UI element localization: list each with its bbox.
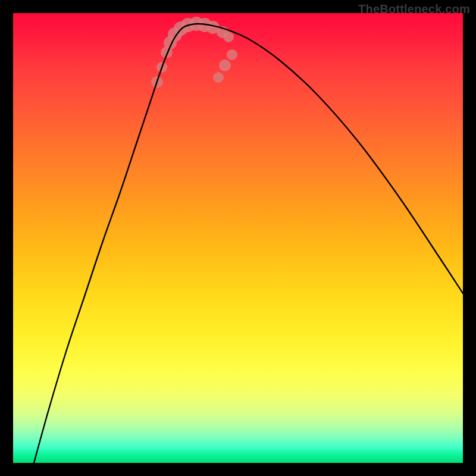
highlight-dot [219, 60, 231, 71]
chart-svg [13, 13, 463, 463]
marker-layer [151, 17, 237, 88]
bottleneck-curve-path [34, 24, 463, 463]
highlight-dot [223, 32, 234, 42]
plot-area [13, 13, 463, 463]
highlight-dot [213, 72, 224, 83]
outer-frame: TheBottleneck.com [0, 0, 476, 476]
watermark-text: TheBottleneck.com [358, 2, 470, 16]
highlight-dot [227, 49, 237, 60]
